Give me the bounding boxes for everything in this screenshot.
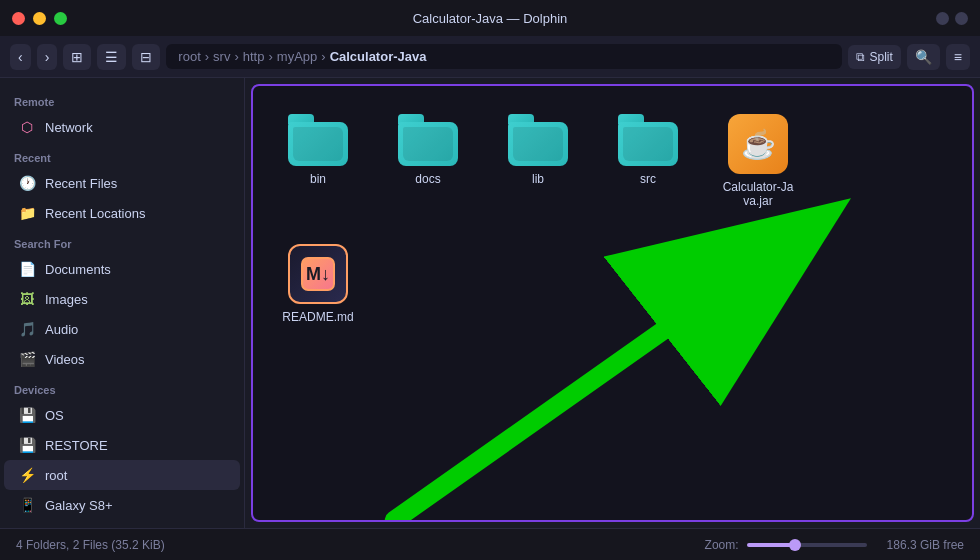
breadcrumb-sep2: › xyxy=(234,49,238,64)
file-label-src: src xyxy=(640,172,656,186)
images-icon: 🖼 xyxy=(18,290,36,308)
file-item-jar[interactable]: ☕ Calculator-Java.jar xyxy=(713,106,803,216)
recent-files-icon: 🕐 xyxy=(18,174,36,192)
search-button[interactable]: 🔍 xyxy=(907,44,940,70)
free-space: 186.3 GiB free xyxy=(887,538,964,552)
sidebar-recent-files-label: Recent Files xyxy=(45,176,117,191)
jar-icon: ☕ xyxy=(728,114,788,174)
folder-icon-src xyxy=(618,114,678,166)
statusbar-info: 4 Folders, 2 Files (35.2 KiB) xyxy=(16,538,685,552)
zoom-thumb xyxy=(789,539,801,551)
sidebar-os-label: OS xyxy=(45,408,64,423)
folder-icon-docs xyxy=(398,114,458,166)
close-button[interactable] xyxy=(12,12,25,25)
restore-icon: 💾 xyxy=(18,436,36,454)
zoom-section: Zoom: xyxy=(705,538,867,552)
view-icons-button[interactable]: ⊞ xyxy=(63,44,91,70)
sidebar-item-recent-files[interactable]: 🕐 Recent Files xyxy=(4,168,240,198)
audio-icon: 🎵 xyxy=(18,320,36,338)
network-icon: ⬡ xyxy=(18,118,36,136)
sidebar-section-recent: Recent xyxy=(0,142,244,168)
split-label: Split xyxy=(869,50,892,64)
breadcrumb-myapp[interactable]: myApp xyxy=(277,49,317,64)
content-area: bin docs lib xyxy=(251,84,974,522)
sidebar-section-search: Search For xyxy=(0,228,244,254)
breadcrumb-http[interactable]: http xyxy=(243,49,265,64)
file-label-jar: Calculator-Java.jar xyxy=(721,180,795,208)
maximize-button[interactable] xyxy=(54,12,67,25)
file-item-lib[interactable]: lib xyxy=(493,106,583,216)
titlebar-dot2 xyxy=(955,12,968,25)
forward-button[interactable]: › xyxy=(37,44,58,70)
second-row: M↓ README.md xyxy=(253,236,972,352)
file-label-readme: README.md xyxy=(282,310,353,324)
svg-text:M↓: M↓ xyxy=(306,264,330,284)
sidebar-section-devices: Devices xyxy=(0,374,244,400)
sidebar-item-images[interactable]: 🖼 Images xyxy=(4,284,240,314)
files-grid: bin docs lib xyxy=(253,86,972,236)
galaxy-icon: 📱 xyxy=(18,496,36,514)
sidebar-item-galaxy[interactable]: 📱 Galaxy S8+ xyxy=(4,490,240,520)
sidebar-item-audio[interactable]: 🎵 Audio xyxy=(4,314,240,344)
window-buttons xyxy=(12,12,67,25)
toolbar: ‹ › ⊞ ☰ ⊟ root › srv › http › myApp › Ca… xyxy=(0,36,980,78)
breadcrumb-root[interactable]: root xyxy=(178,49,200,64)
window-title: Calculator-Java — Dolphin xyxy=(413,11,568,26)
sidebar-item-videos[interactable]: 🎬 Videos xyxy=(4,344,240,374)
breadcrumb-srv[interactable]: srv xyxy=(213,49,230,64)
os-icon: 💾 xyxy=(18,406,36,424)
sidebar-root-label: root xyxy=(45,468,67,483)
file-label-docs: docs xyxy=(415,172,440,186)
menu-button[interactable]: ≡ xyxy=(946,44,970,70)
file-label-bin: bin xyxy=(310,172,326,186)
sidebar-documents-label: Documents xyxy=(45,262,111,277)
recent-locations-icon: 📁 xyxy=(18,204,36,222)
sidebar-item-os[interactable]: 💾 OS xyxy=(4,400,240,430)
folder-icon-bin xyxy=(288,114,348,166)
zoom-slider[interactable] xyxy=(747,543,867,547)
titlebar-right-actions xyxy=(936,12,968,25)
main-layout: Remote ⬡ Network Recent 🕐 Recent Files 📁… xyxy=(0,78,980,528)
titlebar-dot1 xyxy=(936,12,949,25)
toolbar-right: ⧉ Split 🔍 ≡ xyxy=(848,44,970,70)
documents-icon: 📄 xyxy=(18,260,36,278)
videos-icon: 🎬 xyxy=(18,350,36,368)
view-split-button[interactable]: ⊟ xyxy=(132,44,160,70)
file-item-src[interactable]: src xyxy=(603,106,693,216)
sidebar-images-label: Images xyxy=(45,292,88,307)
sidebar-videos-label: Videos xyxy=(45,352,85,367)
sidebar: Remote ⬡ Network Recent 🕐 Recent Files 📁… xyxy=(0,78,245,528)
sidebar-section-remote: Remote xyxy=(0,86,244,112)
view-list-button[interactable]: ☰ xyxy=(97,44,126,70)
sidebar-galaxy-label: Galaxy S8+ xyxy=(45,498,113,513)
split-button[interactable]: ⧉ Split xyxy=(848,45,900,69)
sidebar-item-root[interactable]: ⚡ root xyxy=(4,460,240,490)
titlebar: Calculator-Java — Dolphin xyxy=(0,0,980,36)
file-item-bin[interactable]: bin xyxy=(273,106,363,216)
sidebar-item-recent-locations[interactable]: 📁 Recent Locations xyxy=(4,198,240,228)
split-icon: ⧉ xyxy=(856,50,865,64)
breadcrumb[interactable]: root › srv › http › myApp › Calculator-J… xyxy=(166,44,842,69)
sidebar-audio-label: Audio xyxy=(45,322,78,337)
readme-icon: M↓ xyxy=(288,244,348,304)
breadcrumb-sep3: › xyxy=(268,49,272,64)
sidebar-item-network[interactable]: ⬡ Network xyxy=(4,112,240,142)
back-button[interactable]: ‹ xyxy=(10,44,31,70)
sidebar-item-documents[interactable]: 📄 Documents xyxy=(4,254,240,284)
statusbar: 4 Folders, 2 Files (35.2 KiB) Zoom: 186.… xyxy=(0,528,980,560)
sidebar-section-removable: Removable Devices xyxy=(0,520,244,528)
breadcrumb-current[interactable]: Calculator-Java xyxy=(330,49,427,64)
breadcrumb-sep4: › xyxy=(321,49,325,64)
sidebar-recent-locations-label: Recent Locations xyxy=(45,206,145,221)
minimize-button[interactable] xyxy=(33,12,46,25)
file-label-lib: lib xyxy=(532,172,544,186)
zoom-label: Zoom: xyxy=(705,538,739,552)
file-item-readme[interactable]: M↓ README.md xyxy=(273,236,363,332)
file-item-docs[interactable]: docs xyxy=(383,106,473,216)
sidebar-network-label: Network xyxy=(45,120,93,135)
sidebar-item-restore[interactable]: 💾 RESTORE xyxy=(4,430,240,460)
folder-icon-lib xyxy=(508,114,568,166)
sidebar-restore-label: RESTORE xyxy=(45,438,108,453)
root-icon: ⚡ xyxy=(18,466,36,484)
breadcrumb-sep1: › xyxy=(205,49,209,64)
